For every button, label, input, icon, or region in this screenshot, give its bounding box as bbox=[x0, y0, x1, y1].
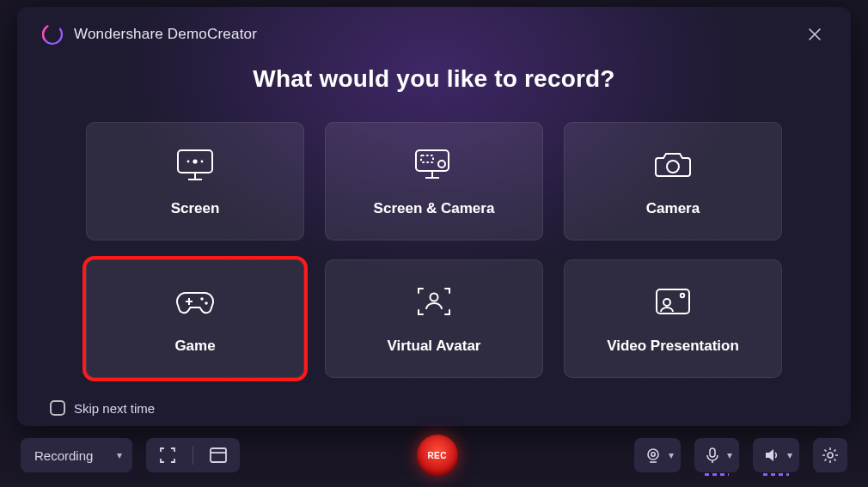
divider bbox=[193, 446, 193, 465]
chevron-down-icon: ▾ bbox=[727, 449, 732, 461]
screen-camera-icon bbox=[411, 145, 457, 183]
option-label: Screen bbox=[171, 200, 220, 217]
brand: Wondershare DemoCreator bbox=[41, 23, 257, 46]
window-capture-button[interactable] bbox=[205, 447, 231, 464]
chevron-down-icon: ▾ bbox=[669, 449, 674, 461]
microphone-toggle[interactable]: ▾ bbox=[694, 438, 739, 472]
recording-options-grid: Screen Screen & Camera Ca bbox=[41, 122, 827, 378]
skip-next-time-checkbox[interactable]: Skip next time bbox=[50, 400, 827, 416]
fullscreen-capture-button[interactable] bbox=[155, 446, 180, 465]
svg-point-20 bbox=[681, 294, 684, 297]
svg-point-3 bbox=[193, 159, 197, 163]
record-mode-modal: Wondershare DemoCreator What would you l… bbox=[17, 7, 851, 426]
svg-point-24 bbox=[648, 449, 658, 460]
mode-dropdown[interactable]: Recording ▾ bbox=[21, 438, 132, 472]
wondershare-logo-icon bbox=[41, 23, 64, 46]
svg-point-10 bbox=[438, 161, 445, 167]
modal-header: Wondershare DemoCreator bbox=[41, 22, 827, 46]
option-virtual-avatar[interactable]: Virtual Avatar bbox=[325, 259, 543, 378]
svg-point-5 bbox=[201, 161, 204, 163]
capture-area-toggle-group bbox=[146, 438, 240, 472]
option-label: Screen & Camera bbox=[374, 200, 495, 217]
mode-label: Recording bbox=[34, 448, 93, 463]
settings-button[interactable] bbox=[813, 438, 847, 472]
speaker-toggle[interactable]: ▾ bbox=[753, 438, 799, 472]
svg-point-18 bbox=[431, 294, 438, 301]
svg-point-28 bbox=[828, 453, 833, 458]
option-game[interactable]: Game bbox=[86, 259, 304, 378]
svg-point-17 bbox=[205, 301, 208, 305]
option-video-presentation[interactable]: Video Presentation bbox=[564, 259, 782, 378]
close-button[interactable] bbox=[803, 22, 827, 46]
level-indicator bbox=[763, 473, 789, 476]
checkbox-icon bbox=[50, 400, 65, 416]
svg-rect-22 bbox=[211, 448, 226, 462]
svg-point-4 bbox=[187, 161, 190, 163]
camera-icon bbox=[651, 145, 694, 183]
option-label: Game bbox=[174, 338, 215, 355]
level-indicator bbox=[705, 473, 729, 476]
option-label: Video Presentation bbox=[607, 338, 739, 355]
svg-rect-9 bbox=[421, 155, 433, 162]
svg-point-0 bbox=[41, 23, 64, 46]
skip-label: Skip next time bbox=[74, 401, 155, 416]
screen-icon bbox=[173, 145, 217, 183]
option-screen-camera[interactable]: Screen & Camera bbox=[325, 122, 543, 240]
option-label: Virtual Avatar bbox=[388, 338, 481, 355]
record-button[interactable]: REC bbox=[417, 435, 458, 476]
svg-point-1 bbox=[41, 23, 64, 46]
virtual-avatar-icon bbox=[413, 283, 455, 320]
option-label: Camera bbox=[646, 200, 700, 217]
chevron-down-icon: ▾ bbox=[117, 449, 122, 461]
webcam-toggle[interactable]: ▾ bbox=[634, 438, 681, 472]
modal-headline: What would you like to record? bbox=[41, 65, 827, 93]
option-camera[interactable]: Camera bbox=[564, 122, 782, 240]
svg-point-25 bbox=[651, 453, 655, 456]
video-presentation-icon bbox=[651, 283, 695, 320]
game-controller-icon bbox=[172, 283, 218, 320]
chevron-down-icon: ▾ bbox=[787, 449, 792, 461]
option-screen[interactable]: Screen bbox=[86, 122, 304, 240]
svg-point-13 bbox=[667, 161, 679, 173]
svg-point-16 bbox=[200, 297, 204, 301]
app-title: Wondershare DemoCreator bbox=[74, 26, 257, 43]
bottom-toolbar: Recording ▾ REC ▾ bbox=[17, 434, 851, 477]
rec-label: REC bbox=[427, 451, 447, 460]
svg-point-21 bbox=[663, 299, 670, 306]
svg-rect-27 bbox=[710, 448, 715, 457]
